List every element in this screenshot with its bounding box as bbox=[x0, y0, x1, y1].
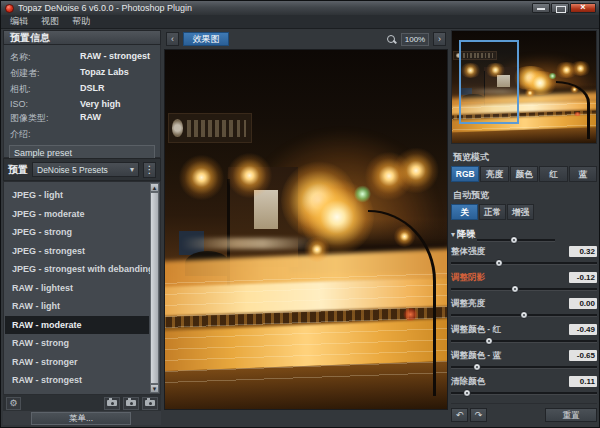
info-field-label: ISO: bbox=[10, 99, 80, 109]
slider-value-box[interactable]: -0.12 bbox=[569, 272, 597, 283]
preset-list-item[interactable]: JPEG - strongest bbox=[5, 242, 149, 261]
partial-slider-knob[interactable] bbox=[510, 236, 518, 244]
partial-slider[interactable] bbox=[477, 237, 555, 243]
slider-value-box[interactable]: -0.49 bbox=[569, 324, 597, 335]
slider-track[interactable] bbox=[451, 258, 597, 268]
slider-knob[interactable] bbox=[473, 363, 481, 371]
preset-list-item[interactable]: JPEG - strong bbox=[5, 223, 149, 242]
slider-knob[interactable] bbox=[511, 285, 519, 293]
mode-button[interactable]: 正常 bbox=[479, 204, 506, 220]
noise-section-header[interactable]: ▾降噪 bbox=[451, 228, 597, 241]
street-lamp bbox=[227, 152, 272, 199]
preset-list-item[interactable]: JPEG - strongest with debanding bbox=[5, 260, 149, 279]
collapse-triangle-icon[interactable]: ▾ bbox=[451, 230, 455, 239]
preset-list-item[interactable]: JPEG - light bbox=[5, 186, 149, 205]
menu-item[interactable]: 视图 bbox=[41, 15, 59, 28]
slider-group: 清除颜色0.11 bbox=[451, 375, 597, 399]
info-field-label: 创建者: bbox=[10, 67, 80, 80]
preset-list-item[interactable]: RAW - strongest bbox=[5, 371, 149, 390]
scrollbar-thumb[interactable] bbox=[150, 192, 159, 384]
slider-label: 调整亮度 bbox=[451, 298, 569, 310]
slider-knob[interactable] bbox=[485, 337, 493, 345]
preset-list-item[interactable]: RAW - moderate bbox=[5, 316, 149, 335]
scroll-down-icon[interactable]: ▼ bbox=[150, 384, 159, 393]
camera-icon bbox=[126, 400, 136, 406]
slider-track[interactable] bbox=[451, 310, 597, 320]
slider-value-box[interactable]: -0.65 bbox=[569, 350, 597, 361]
slider-group: 调整颜色 - 蓝-0.65 bbox=[451, 349, 597, 373]
auto-preview-buttons: 关正常增强 bbox=[451, 204, 597, 220]
left-panel: 预置信息 名称:RAW - strongest创建者:Topaz Labs相机:… bbox=[3, 30, 161, 425]
slider-group: 整体强度0.32 bbox=[451, 245, 597, 269]
preset-collection-dropdown[interactable]: DeNoise 5 Presets ▾ bbox=[32, 162, 139, 177]
preset-info-header: 预置信息 bbox=[3, 30, 161, 45]
preset-list-container: JPEG - lightJPEG - moderateJPEG - strong… bbox=[3, 181, 161, 395]
close-button[interactable] bbox=[570, 3, 596, 13]
preset-list-scrollbar[interactable]: ▲ ▼ bbox=[150, 183, 159, 393]
slider-track[interactable] bbox=[451, 284, 597, 294]
menu-item[interactable]: 帮助 bbox=[72, 15, 90, 28]
main-content: 预置信息 名称:RAW - strongest创建者:Topaz Labs相机:… bbox=[1, 29, 599, 427]
scroll-up-icon[interactable]: ▲ bbox=[150, 183, 159, 192]
preview-image[interactable] bbox=[165, 50, 447, 409]
menu-item[interactable]: 编辑 bbox=[10, 15, 28, 28]
thumbnail-view-rect[interactable] bbox=[459, 40, 519, 124]
slider-value-box[interactable]: 0.32 bbox=[569, 246, 597, 257]
slider-head: 调整颜色 - 蓝-0.65 bbox=[451, 349, 597, 362]
slider-label: 整体强度 bbox=[451, 246, 569, 258]
mode-button[interactable]: 蓝 bbox=[569, 166, 597, 182]
info-field-label: 图像类型: bbox=[10, 112, 80, 125]
navigator-thumbnail[interactable] bbox=[451, 30, 597, 144]
slider-value-box[interactable]: 0.11 bbox=[569, 376, 597, 387]
mode-button[interactable]: 红 bbox=[539, 166, 567, 182]
gear-icon[interactable]: ⚙ bbox=[6, 397, 21, 410]
zoom-level-dropdown[interactable]: 100% bbox=[401, 33, 429, 46]
camera-snapshot-button-2[interactable] bbox=[123, 397, 139, 410]
slider-head: 调整颜色 - 红-0.49 bbox=[451, 323, 597, 336]
preset-toolbar: 预置 DeNoise 5 Presets ▾ ⋮ bbox=[3, 158, 161, 181]
preset-list-item[interactable]: RAW - light bbox=[5, 297, 149, 316]
image-viewport[interactable] bbox=[164, 49, 448, 410]
slider-track[interactable] bbox=[451, 388, 597, 398]
preset-list-item[interactable]: RAW - lightest bbox=[5, 279, 149, 298]
maximize-button[interactable] bbox=[551, 3, 569, 13]
undo-button[interactable]: ↶ bbox=[451, 408, 468, 422]
traffic-light-green bbox=[354, 185, 371, 203]
menu-bar: 编辑视图帮助 bbox=[1, 15, 599, 29]
preset-list-item[interactable]: JPEG - moderate bbox=[5, 205, 149, 224]
preset-list-item[interactable]: RAW - strong bbox=[5, 334, 149, 353]
info-field-value: Topaz Labs bbox=[80, 67, 129, 80]
reset-button[interactable]: 重置 bbox=[545, 408, 597, 422]
camera-snapshot-button-3[interactable] bbox=[142, 397, 158, 410]
minimize-button[interactable] bbox=[532, 3, 550, 13]
slider-value-box[interactable]: 0.00 bbox=[569, 298, 597, 309]
mode-button[interactable]: 关 bbox=[451, 204, 478, 220]
left-bottom-bar: 菜单... bbox=[3, 411, 161, 425]
mode-button[interactable]: 亮度 bbox=[480, 166, 508, 182]
redo-button[interactable]: ↷ bbox=[470, 408, 487, 422]
mode-button[interactable]: 增强 bbox=[507, 204, 534, 220]
magnifier-icon[interactable] bbox=[386, 34, 397, 45]
slider-track[interactable] bbox=[451, 336, 597, 346]
scene-car-streak bbox=[182, 238, 317, 249]
tab-result-view[interactable]: 效果图 bbox=[183, 32, 229, 46]
title-bar[interactable]: Topaz DeNoise 6 v6.0.0 - Photoshop Plugi… bbox=[1, 1, 599, 15]
night-street-photo bbox=[165, 50, 447, 409]
collapse-right-panel-button[interactable]: › bbox=[433, 32, 446, 46]
preset-list-item[interactable]: RAW - stronger bbox=[5, 353, 149, 372]
slider-knob[interactable] bbox=[520, 311, 528, 319]
preview-toolbar: ‹ 效果图 100% › bbox=[163, 30, 449, 48]
info-field-value: Very high bbox=[80, 99, 121, 109]
camera-snapshot-button-1[interactable] bbox=[104, 397, 120, 410]
mode-button[interactable]: RGB bbox=[451, 166, 479, 182]
info-field-label: 介绍: bbox=[10, 128, 80, 141]
menu-button[interactable]: 菜单... bbox=[31, 412, 131, 425]
slider-knob[interactable] bbox=[463, 389, 471, 397]
slider-label: 调整阴影 bbox=[451, 272, 569, 284]
mode-button[interactable]: 颜色 bbox=[510, 166, 538, 182]
street-lamp bbox=[569, 61, 592, 76]
collapse-left-panel-button[interactable]: ‹ bbox=[166, 32, 179, 46]
preset-options-menu-button[interactable]: ⋮ bbox=[143, 162, 156, 178]
slider-knob[interactable] bbox=[495, 259, 503, 267]
slider-track[interactable] bbox=[451, 362, 597, 372]
